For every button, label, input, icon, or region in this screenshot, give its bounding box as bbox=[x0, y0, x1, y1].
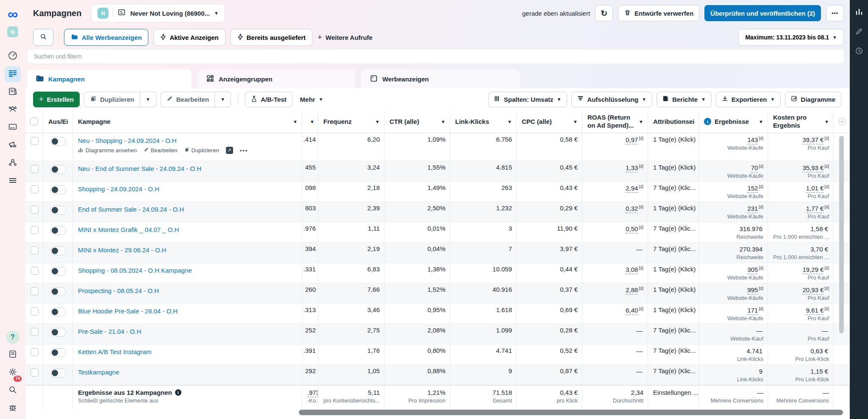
account-selector[interactable]: N Never Not Loving (86900... ▼ bbox=[92, 4, 224, 22]
campaign-link[interactable]: End of Summer Sale - 24.09.24 - O.H bbox=[78, 204, 298, 213]
more-menu-button[interactable]: Mehr ▼ bbox=[300, 96, 323, 103]
row-checkbox[interactable] bbox=[31, 185, 39, 193]
search-nav-button[interactable] bbox=[5, 383, 21, 399]
campaign-toggle[interactable] bbox=[50, 328, 66, 337]
campaign-link[interactable]: Pre-Sale - 21.04 - O.H bbox=[78, 327, 298, 335]
select-all-checkbox[interactable] bbox=[30, 117, 38, 126]
table-row[interactable]: MINI x Montez Grafik _ 04.07 _ O.H .976 … bbox=[25, 222, 850, 243]
ab-test-button[interactable]: A/B-Test bbox=[245, 92, 292, 107]
edit-menu-button[interactable]: ▼ bbox=[215, 92, 231, 107]
edit-panel-button[interactable] bbox=[855, 27, 863, 37]
tab-kampagnen[interactable]: Kampagnen bbox=[27, 70, 192, 88]
campaign-toggle[interactable] bbox=[50, 185, 66, 194]
info-icon[interactable]: i bbox=[175, 389, 181, 396]
sidebar-item-ads-settings[interactable] bbox=[5, 137, 21, 154]
more-views-button[interactable]: + Weitere Aufrufe bbox=[317, 33, 373, 42]
duplicate-menu-button[interactable]: ▼ bbox=[140, 92, 156, 107]
help-button[interactable]: ? bbox=[5, 329, 21, 345]
sort-icon[interactable]: ▼ bbox=[438, 119, 445, 124]
columns-button[interactable]: Spalten: Umsatz ▼ bbox=[488, 92, 568, 107]
sidebar-item-overview[interactable] bbox=[5, 48, 21, 64]
breakdown-button[interactable]: Aufschlüsselung ▼ bbox=[571, 92, 652, 107]
review-publish-button[interactable]: Überprüfen und veröffentlichen (2) bbox=[704, 5, 821, 21]
campaign-link[interactable]: Testkampagne bbox=[78, 367, 298, 376]
table-row[interactable]: Neu - Shopping - 24.09.2024 - O.H Diagra… bbox=[25, 133, 850, 161]
history-panel-button[interactable] bbox=[855, 47, 863, 57]
edit-button[interactable]: Bearbeiten bbox=[161, 92, 215, 107]
info-icon[interactable]: i bbox=[704, 118, 711, 125]
row-checkbox[interactable] bbox=[31, 137, 39, 145]
discard-drafts-button[interactable]: Entwürfe verwerfen bbox=[618, 5, 699, 21]
campaign-link[interactable]: Prospecting - 08.05.24 - O.H bbox=[78, 286, 298, 294]
campaign-toggle[interactable] bbox=[50, 287, 66, 296]
table-row[interactable]: Shopping - 08.05.2024 - O.H Kampagne .33… bbox=[25, 263, 850, 283]
edit-action[interactable]: Bearbeiten bbox=[144, 147, 178, 154]
table-row[interactable]: MINI x Montez - 29.06.24 - O.H 394 2,19 … bbox=[25, 243, 850, 263]
resources-button[interactable] bbox=[5, 347, 21, 363]
row-checkbox[interactable] bbox=[31, 287, 39, 295]
refresh-button[interactable]: ↻ bbox=[595, 5, 613, 21]
campaign-toggle[interactable] bbox=[50, 137, 66, 146]
campaign-toggle[interactable] bbox=[50, 165, 66, 174]
insights-panel-button[interactable] bbox=[855, 8, 863, 18]
campaign-toggle[interactable] bbox=[50, 307, 66, 316]
sort-icon[interactable]: ▼ bbox=[307, 119, 314, 124]
row-checkbox[interactable] bbox=[31, 328, 39, 336]
account-avatar[interactable]: N bbox=[7, 26, 18, 37]
campaign-toggle[interactable] bbox=[50, 246, 66, 255]
sort-icon[interactable]: ▼ bbox=[373, 119, 380, 124]
more-options-button[interactable]: ••• bbox=[826, 5, 844, 21]
row-checkbox[interactable] bbox=[31, 369, 39, 377]
vertical-scrollbar[interactable] bbox=[839, 136, 844, 333]
campaign-link[interactable]: Shopping - 08.05.2024 - O.H Kampagne bbox=[78, 265, 298, 274]
campaign-toggle[interactable] bbox=[50, 226, 66, 235]
table-row[interactable]: Shopping - 24.09.2024 - O.H 098 2,18 1,4… bbox=[25, 182, 850, 202]
date-range-selector[interactable]: Maximum: 13.11.2023 bis 08.1 ▼ bbox=[738, 29, 844, 46]
row-checkbox[interactable] bbox=[31, 206, 39, 214]
campaign-toggle[interactable] bbox=[50, 267, 66, 276]
sort-icon[interactable]: ▼ bbox=[636, 119, 643, 124]
table-row[interactable]: Blue Hoodie Pre-Sale - 28.04 - O.H .313 … bbox=[25, 304, 850, 324]
table-row[interactable]: End of Summer Sale - 24.09.24 - O.H 803 … bbox=[25, 202, 850, 222]
open-in-icon[interactable]: ↗ bbox=[226, 147, 233, 154]
add-column-icon[interactable]: + bbox=[839, 118, 846, 126]
sort-icon[interactable]: ▼ bbox=[822, 119, 829, 124]
table-row[interactable]: Ketten A/B Test Instagram .391 1,76 0,80… bbox=[25, 344, 850, 365]
sort-icon[interactable]: ▼ bbox=[570, 119, 578, 124]
row-checkbox[interactable] bbox=[31, 246, 39, 254]
sort-icon[interactable]: ▼ bbox=[756, 119, 763, 124]
search-filter-button[interactable] bbox=[33, 29, 53, 46]
duplicate-action[interactable]: Duplizieren bbox=[184, 147, 219, 154]
sort-icon[interactable]: ▼ bbox=[505, 119, 512, 124]
tab-anzeigengruppen[interactable]: Anzeigengruppen bbox=[198, 70, 355, 88]
duplicate-button[interactable]: Duplizieren bbox=[84, 92, 140, 107]
campaign-link[interactable]: Shopping - 24.09.2024 - O.H bbox=[78, 184, 298, 193]
sidebar-item-audiences[interactable] bbox=[5, 102, 21, 118]
reports-button[interactable]: Berichte ▼ bbox=[657, 92, 712, 107]
campaign-link[interactable]: MINI x Montez - 29.06.24 - O.H bbox=[78, 245, 298, 254]
campaign-link[interactable]: Ketten A/B Test Instagram bbox=[78, 347, 298, 355]
filter-all-ads[interactable]: Alle Werbeanzeigen bbox=[64, 29, 148, 46]
campaign-link[interactable]: Blue Hoodie Pre-Sale - 28.04 - O.H bbox=[78, 306, 298, 315]
sidebar-item-campaigns[interactable] bbox=[5, 66, 21, 82]
campaign-link[interactable]: Neu - End of Summer Sale - 24.09.24 - O.… bbox=[78, 164, 298, 172]
charts-button[interactable]: Diagramme bbox=[785, 92, 841, 107]
search-input[interactable] bbox=[27, 49, 844, 64]
settings-button[interactable]: 74 bbox=[5, 365, 21, 381]
sidebar-item-all-tools[interactable] bbox=[5, 173, 21, 189]
horizontal-scrollbar[interactable] bbox=[299, 410, 843, 415]
filter-active-ads[interactable]: Aktive Anzeigen bbox=[153, 29, 225, 46]
table-row[interactable]: Prospecting - 08.05.24 - O.H 260 7,66 1,… bbox=[25, 283, 850, 304]
view-charts-action[interactable]: Diagramme ansehen bbox=[78, 147, 137, 154]
sort-icon[interactable]: ▼ bbox=[290, 119, 298, 124]
row-checkbox[interactable] bbox=[31, 226, 39, 234]
row-checkbox[interactable] bbox=[31, 267, 39, 275]
row-checkbox[interactable] bbox=[31, 348, 39, 356]
campaign-toggle[interactable] bbox=[50, 348, 66, 357]
row-checkbox[interactable] bbox=[31, 307, 39, 316]
row-checkbox[interactable] bbox=[31, 165, 39, 173]
table-row[interactable]: Neu - End of Summer Sale - 24.09.24 - O.… bbox=[25, 161, 850, 182]
row-more-actions[interactable]: ••• bbox=[240, 147, 248, 154]
sidebar-item-billing[interactable] bbox=[5, 120, 21, 136]
tab-werbeanzeigen[interactable]: Werbeanzeigen bbox=[361, 70, 520, 88]
